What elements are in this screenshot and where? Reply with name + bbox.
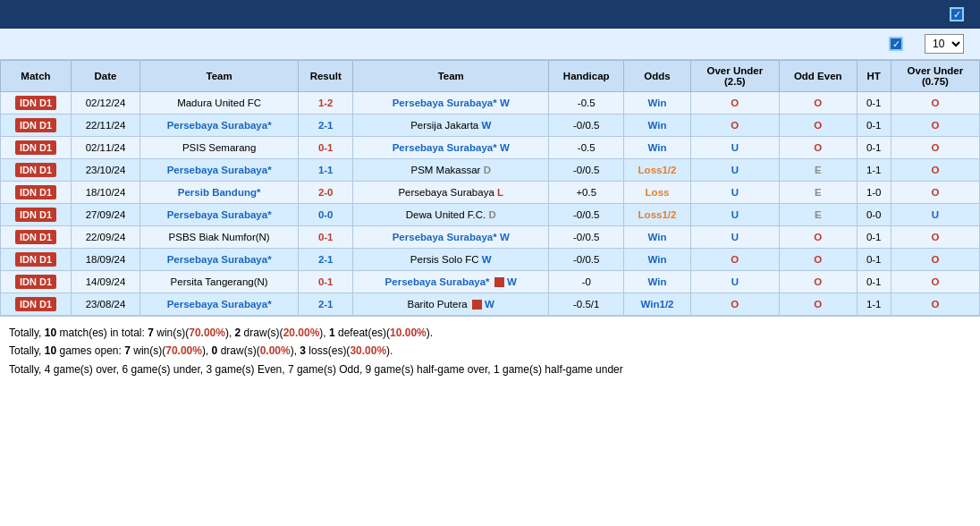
odds-value: Win — [648, 254, 667, 265]
col-handicap: Handicap — [549, 61, 624, 92]
col-team2: Team — [353, 61, 549, 92]
cell-team1: PSIS Semarang — [140, 137, 299, 159]
team2-name: Barito Putera — [408, 299, 468, 310]
cell-odds: Win — [624, 226, 690, 249]
result-score: 0-1 — [318, 276, 334, 287]
cell-team1: PSBS Biak Numfor(N) — [140, 226, 299, 249]
cell-ht: 1-1 — [857, 159, 891, 182]
cell-league: IDN D1 — [1, 115, 72, 137]
cell-oe: E — [779, 204, 857, 226]
cell-odds: Loss — [624, 182, 690, 204]
oe-value: E — [815, 187, 822, 198]
team2-name: Persija Jakarta — [410, 120, 478, 131]
outcome-badge: D — [484, 165, 491, 175]
result-score: 0-0 — [318, 209, 334, 220]
display-notes-checkbox[interactable]: ✓ — [950, 7, 964, 21]
cell-odds: Win — [624, 115, 690, 137]
cell-date: 22/09/24 — [71, 226, 139, 249]
team2-name: Persebaya Surabaya* — [393, 142, 497, 153]
league-badge: IDN D1 — [15, 96, 56, 110]
team2-name: Persebaya Surabaya — [398, 187, 494, 198]
games-select[interactable]: 10 5 15 20 25 30 — [925, 34, 964, 54]
odds-value: Loss1/2 — [638, 165, 677, 175]
cell-league: IDN D1 — [1, 182, 72, 204]
cell-handicap: -0.5 — [549, 92, 624, 115]
cell-date: 18/10/24 — [71, 182, 139, 204]
cell-oe: O — [779, 137, 857, 159]
cell-team2: Persebaya Surabaya* W — [353, 92, 549, 115]
cell-result[interactable]: 0-0 — [299, 204, 353, 226]
cell-result[interactable]: 0-1 — [299, 137, 353, 159]
cell-result[interactable]: 0-1 — [299, 226, 353, 249]
cell-odds: Loss1/2 — [624, 204, 690, 226]
cell-handicap: -0.5/1 — [549, 293, 624, 316]
cell-handicap: -0 — [549, 271, 624, 293]
team2-name: PSM Makassar — [410, 165, 480, 175]
cell-oe: E — [779, 182, 857, 204]
cell-team1: Persita Tangerang(N) — [140, 271, 299, 293]
total-wins: 7 — [148, 327, 154, 339]
cell-team2: Persebaya Surabaya L — [353, 182, 549, 204]
cell-league: IDN D1 — [1, 226, 72, 249]
cell-result[interactable]: 2-1 — [299, 115, 353, 137]
result-score: 2-0 — [318, 187, 334, 198]
open-losses: 3 — [300, 344, 306, 357]
ou075-value: O — [931, 276, 939, 287]
outcome-badge: W — [481, 120, 491, 131]
result-score: 2-1 — [318, 299, 334, 310]
cell-date: 14/09/24 — [71, 271, 139, 293]
cell-date: 02/11/24 — [71, 137, 139, 159]
col-match: Match — [1, 61, 72, 92]
odds-value: Loss1/2 — [638, 209, 677, 220]
cell-team2: Barito Putera W — [353, 293, 549, 316]
cell-ou075: O — [891, 115, 979, 137]
cell-result[interactable]: 2-1 — [299, 293, 353, 316]
cell-handicap: -0/0.5 — [549, 249, 624, 271]
outcome-badge: W — [500, 98, 510, 108]
cell-team1: Madura United FC — [140, 92, 299, 115]
cell-ou075: O — [891, 182, 979, 204]
league-badge: IDN D1 — [15, 252, 56, 267]
cell-ou075: O — [891, 249, 979, 271]
ou25-value: U — [731, 187, 739, 198]
oe-value: O — [814, 98, 822, 108]
table-row: IDN D127/09/24Persebaya Surabaya*0-0Dewa… — [1, 204, 980, 226]
cell-ou25: O — [690, 115, 779, 137]
team2-name: Persis Solo FC — [410, 254, 479, 265]
ou075-value: O — [931, 165, 939, 175]
cell-handicap: -0.5 — [549, 137, 624, 159]
cell-result[interactable]: 0-1 — [299, 271, 353, 293]
open-draws: 0 — [212, 344, 218, 357]
cell-ou075: O — [891, 137, 979, 159]
cell-oe: E — [779, 159, 857, 182]
cell-ou25: O — [690, 92, 779, 115]
cell-date: 22/11/24 — [71, 115, 139, 137]
table-header-row: Match Date Team Result Team Handicap Odd… — [1, 61, 980, 92]
filter-checkbox[interactable]: ✓ — [889, 37, 903, 51]
oe-value: O — [814, 299, 822, 310]
col-oe: Odd Even — [779, 61, 857, 92]
cell-result[interactable]: 1-2 — [299, 92, 353, 115]
cell-team1: Persib Bandung* — [140, 182, 299, 204]
cell-league: IDN D1 — [1, 159, 72, 182]
outcome-badge: W — [500, 142, 510, 153]
cell-handicap: -0/0.5 — [549, 159, 624, 182]
cell-result[interactable]: 1-1 — [299, 159, 353, 182]
cell-ou075: O — [891, 159, 979, 182]
cell-team2: Persebaya Surabaya* W — [353, 226, 549, 249]
team1-name: Persebaya Surabaya* — [167, 254, 272, 265]
cell-result[interactable]: 2-0 — [299, 182, 353, 204]
col-result: Result — [299, 61, 353, 92]
outcome-badge: W — [482, 254, 492, 265]
cell-ht: 0-1 — [857, 137, 891, 159]
cell-result[interactable]: 2-1 — [299, 249, 353, 271]
cell-ou25: U — [690, 204, 779, 226]
open-draw-pct: 0.00% — [260, 344, 291, 357]
table-row: IDN D118/10/24Persib Bandung*2-0Persebay… — [1, 182, 980, 204]
result-score: 2-1 — [318, 120, 334, 131]
ou25-value: U — [731, 232, 739, 242]
cell-ou075: O — [891, 92, 979, 115]
outcome-badge: W — [485, 299, 494, 310]
cell-odds: Win — [624, 249, 690, 271]
cell-league: IDN D1 — [1, 249, 72, 271]
